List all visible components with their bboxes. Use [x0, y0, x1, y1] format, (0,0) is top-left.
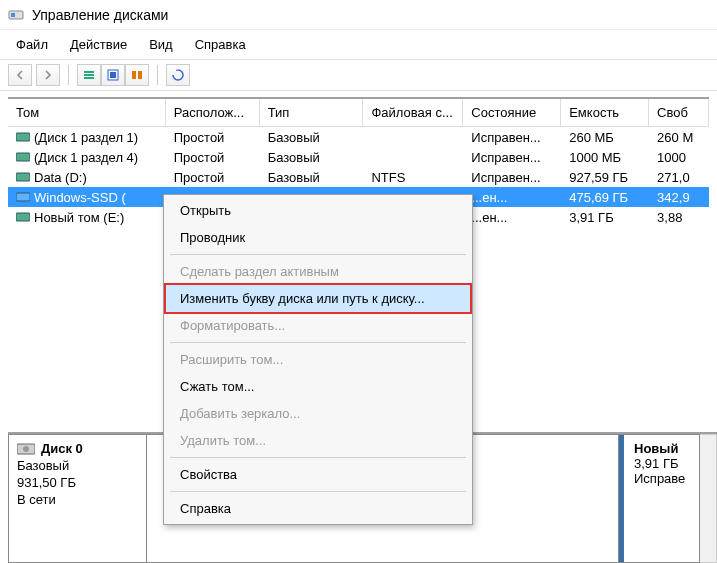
volume-icon [16, 132, 30, 142]
cell-status: Исправен... [463, 169, 561, 186]
disk-mgmt-icon [8, 7, 24, 23]
menu-file[interactable]: Файл [6, 34, 58, 55]
cell-free: 271,0 [649, 169, 709, 186]
table-row[interactable]: (Диск 1 раздел 1)ПростойБазовыйИсправен.… [8, 127, 709, 147]
svg-rect-2 [84, 71, 94, 73]
cell-free: 342,9 [649, 189, 709, 206]
svg-rect-9 [16, 133, 30, 141]
disk-size: 931,50 ГБ [17, 475, 138, 490]
volume-icon [16, 172, 30, 182]
cell-fs [363, 156, 463, 158]
cm-add-mirror: Добавить зеркало... [166, 400, 470, 427]
col-status[interactable]: Состояние [463, 99, 561, 126]
cell-layout: Простой [166, 169, 260, 186]
cm-shrink[interactable]: Сжать том... [166, 373, 470, 400]
cm-extend: Расширить том... [166, 346, 470, 373]
svg-rect-7 [132, 71, 136, 79]
menu-help[interactable]: Справка [185, 34, 256, 55]
disk-status: В сети [17, 492, 138, 507]
disk-name-row: Диск 0 [17, 441, 138, 456]
cell-status: Исправен... [463, 149, 561, 166]
context-menu: Открыть Проводник Сделать раздел активны… [163, 194, 473, 525]
cell-capacity: 3,91 ГБ [561, 209, 649, 226]
cell-type: Базовый [260, 169, 364, 186]
cm-format: Форматировать... [166, 312, 470, 339]
disk-type: Базовый [17, 458, 138, 473]
col-type[interactable]: Тип [260, 99, 364, 126]
cm-separator [170, 457, 466, 458]
svg-rect-4 [84, 77, 94, 79]
toolbar [0, 59, 717, 91]
cell-capacity: 475,69 ГБ [561, 189, 649, 206]
cm-separator [170, 342, 466, 343]
nav-fwd-button[interactable] [36, 64, 60, 86]
col-layout[interactable]: Располож... [166, 99, 260, 126]
svg-rect-11 [16, 173, 30, 181]
window-title: Управление дисками [32, 7, 168, 23]
cell-status: ...ен... [463, 189, 561, 206]
volume-name: Windows-SSD ( [34, 190, 126, 205]
disk-name: Диск 0 [41, 441, 83, 456]
volume-icon [16, 192, 30, 202]
cell-status: ...ен... [463, 209, 561, 226]
volume-name: (Диск 1 раздел 1) [34, 130, 138, 145]
view-settings-button[interactable] [125, 64, 149, 86]
cm-separator [170, 491, 466, 492]
col-capacity[interactable]: Емкость [561, 99, 649, 126]
partition-name: Новый [634, 441, 689, 456]
partition-health: Исправе [634, 471, 689, 486]
svg-rect-1 [11, 13, 15, 17]
table-header-row: Том Располож... Тип Файловая с... Состоя… [8, 99, 709, 127]
partition-size: 3,91 ГБ [634, 456, 689, 471]
partition-block[interactable]: Новый 3,91 ГБ Исправе [619, 435, 699, 562]
svg-point-15 [23, 446, 29, 452]
titlebar: Управление дисками [0, 0, 717, 30]
toolbar-separator [68, 65, 69, 85]
svg-rect-6 [110, 72, 116, 78]
volume-name: Новый том (E:) [34, 210, 124, 225]
nav-back-button[interactable] [8, 64, 32, 86]
col-volume[interactable]: Том [8, 99, 166, 126]
volume-name: Data (D:) [34, 170, 87, 185]
menubar: Файл Действие Вид Справка [0, 30, 717, 59]
cell-layout: Простой [166, 129, 260, 146]
menu-view[interactable]: Вид [139, 34, 183, 55]
svg-rect-3 [84, 74, 94, 76]
cell-type: Базовый [260, 149, 364, 166]
cell-capacity: 1000 МБ [561, 149, 649, 166]
col-free[interactable]: Своб [649, 99, 709, 126]
menu-action[interactable]: Действие [60, 34, 137, 55]
svg-rect-13 [16, 213, 30, 221]
cell-layout: Простой [166, 149, 260, 166]
cm-separator [170, 254, 466, 255]
cell-fs: NTFS [363, 169, 463, 186]
refresh-button[interactable] [166, 64, 190, 86]
svg-rect-8 [138, 71, 142, 79]
cm-open[interactable]: Открыть [166, 197, 470, 224]
cell-status: Исправен... [463, 129, 561, 146]
disk-info[interactable]: Диск 0 Базовый 931,50 ГБ В сети [8, 434, 146, 563]
cell-fs [363, 136, 463, 138]
cm-make-active: Сделать раздел активным [166, 258, 470, 285]
volume-icon [16, 152, 30, 162]
cell-free: 3,88 [649, 209, 709, 226]
cell-capacity: 927,59 ГБ [561, 169, 649, 186]
svg-rect-12 [16, 193, 30, 201]
vertical-scrollbar[interactable] [700, 434, 717, 563]
volume-name: (Диск 1 раздел 4) [34, 150, 138, 165]
table-row[interactable]: Data (D:)ПростойБазовыйNTFSИсправен...92… [8, 167, 709, 187]
cell-free: 260 М [649, 129, 709, 146]
disk-icon [17, 442, 35, 456]
cm-properties[interactable]: Свойства [166, 461, 470, 488]
view-list-button[interactable] [77, 64, 101, 86]
volume-icon [16, 212, 30, 222]
col-filesystem[interactable]: Файловая с... [363, 99, 463, 126]
cm-help[interactable]: Справка [166, 495, 470, 522]
cm-change-letter[interactable]: Изменить букву диска или путь к диску... [164, 283, 472, 314]
cm-explorer[interactable]: Проводник [166, 224, 470, 251]
table-row[interactable]: (Диск 1 раздел 4)ПростойБазовыйИсправен.… [8, 147, 709, 167]
svg-rect-10 [16, 153, 30, 161]
cell-type: Базовый [260, 129, 364, 146]
view-graphical-button[interactable] [101, 64, 125, 86]
cm-delete: Удалить том... [166, 427, 470, 454]
